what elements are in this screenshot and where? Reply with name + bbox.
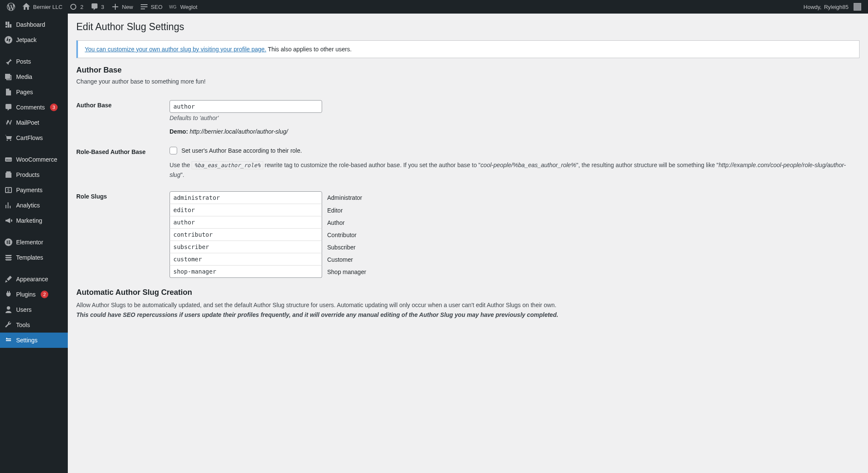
page-icon: [4, 88, 13, 96]
products-icon: [4, 171, 13, 179]
plus-icon: [111, 3, 120, 11]
wordpress-icon: [7, 3, 15, 11]
role-slug-row: Author: [170, 216, 855, 229]
elementor-icon: [4, 238, 13, 246]
svg-rect-2: [141, 8, 145, 9]
svg-text:WG: WG: [169, 5, 176, 9]
role-slug-input[interactable]: [170, 265, 322, 278]
howdy-prefix: Howdy,: [804, 4, 821, 10]
sidebar-item-users[interactable]: Users: [0, 302, 68, 317]
role-slugs-list: AdministratorEditorAuthorContributorSubs…: [170, 191, 855, 278]
updates-count: 2: [80, 4, 83, 10]
role-slug-row: Shop manager: [170, 266, 855, 278]
howdy-user: Ryleigh85: [824, 4, 849, 10]
role-based-help: Use the %ba_eas_author_role% rewrite tag…: [170, 160, 855, 179]
svg-rect-1: [141, 6, 147, 7]
brush-icon: [4, 275, 13, 283]
pin-icon: [4, 57, 13, 66]
new-link[interactable]: New: [108, 0, 136, 14]
author-base-heading: Author Base: [76, 66, 860, 75]
new-label: New: [122, 4, 133, 10]
weglot-icon: WG: [169, 3, 178, 11]
site-name-link[interactable]: Bernier LLC: [19, 0, 66, 14]
comments-count: 3: [101, 4, 104, 10]
comments-badge: 3: [50, 104, 58, 111]
demo-label: Demo:: [170, 128, 188, 135]
role-slug-input[interactable]: [170, 204, 322, 216]
role-slug-input[interactable]: [170, 228, 322, 241]
user-icon: [4, 305, 13, 314]
author-base-input[interactable]: [170, 100, 322, 113]
dashboard-icon: [4, 20, 13, 29]
woocommerce-icon: woo: [4, 155, 13, 164]
role-slug-input[interactable]: [170, 216, 322, 229]
role-slug-label: Subscriber: [327, 244, 356, 251]
author-base-desc: Change your author base to something mor…: [76, 78, 860, 85]
weglot-link[interactable]: WG Weglot: [166, 0, 200, 14]
sidebar-item-templates[interactable]: Templates: [0, 250, 68, 265]
sidebar-item-posts[interactable]: Posts: [0, 54, 68, 69]
role-slug-row: Contributor: [170, 229, 855, 241]
sidebar-item-dashboard[interactable]: Dashboard: [0, 17, 68, 32]
media-icon: [4, 73, 13, 81]
sidebar-item-woocommerce[interactable]: wooWooCommerce: [0, 152, 68, 167]
avatar: [854, 3, 861, 11]
sidebar-item-products[interactable]: Products: [0, 167, 68, 182]
settings-icon: [4, 336, 13, 336]
role-based-checkbox[interactable]: [170, 147, 177, 154]
my-account[interactable]: Howdy, Ryleigh85: [800, 0, 865, 14]
sidebar-item-settings[interactable]: Settings: [0, 333, 68, 336]
sidebar-item-media[interactable]: Media: [0, 69, 68, 84]
svg-rect-0: [141, 4, 147, 5]
sidebar-item-mailpoet[interactable]: MailPoet: [0, 115, 68, 130]
role-slug-input[interactable]: [170, 191, 322, 204]
page-title: Edit Author Slug Settings: [76, 21, 860, 33]
role-based-checkbox-label: Set user's Author Base according to thei…: [181, 147, 302, 154]
role-slug-row: Editor: [170, 204, 855, 216]
comment-icon: [90, 3, 99, 11]
cartflows-icon: [4, 134, 13, 142]
sidebar-item-comments[interactable]: Comments3: [0, 100, 68, 115]
sidebar-item-elementor[interactable]: Elementor: [0, 235, 68, 250]
sidebar-item-analytics[interactable]: Analytics: [0, 198, 68, 213]
role-slug-input[interactable]: [170, 253, 322, 266]
mailpoet-icon: [4, 118, 13, 127]
svg-text:$: $: [7, 188, 10, 193]
sidebar-item-tools[interactable]: Tools: [0, 317, 68, 333]
admin-sidebar: Dashboard Jetpack Posts Media Pages Comm…: [0, 14, 68, 336]
sidebar-item-payments[interactable]: $Payments: [0, 182, 68, 198]
weglot-label: Weglot: [180, 4, 197, 10]
notice-link[interactable]: You can customize your own author slug b…: [85, 46, 266, 53]
comments-link[interactable]: 3: [87, 0, 108, 14]
notice-rest: This also applies to other users.: [266, 46, 351, 53]
svg-point-4: [5, 36, 12, 44]
auto-para: Allow Author Slugs to be automatically u…: [76, 300, 860, 319]
sidebar-item-cartflows[interactable]: CartFlows: [0, 130, 68, 146]
rewrite-tag: %ba_eas_author_role%: [192, 161, 263, 169]
role-slug-input[interactable]: [170, 241, 322, 253]
sidebar-item-marketing[interactable]: Marketing: [0, 213, 68, 228]
sidebar-item-appearance[interactable]: Appearance: [0, 271, 68, 287]
role-slug-row: Administrator: [170, 191, 855, 204]
author-base-hint: Defaults to 'author': [170, 115, 855, 121]
info-notice: You can customize your own author slug b…: [76, 40, 860, 58]
sidebar-item-jetpack[interactable]: Jetpack: [0, 32, 68, 48]
updates-link[interactable]: 2: [66, 0, 86, 14]
demo-url: http://bernier.local/author/author-slug/: [189, 128, 288, 135]
wp-logo[interactable]: [3, 0, 19, 14]
megaphone-icon: [4, 216, 13, 225]
role-based-row-label: Role-Based Author Base: [76, 141, 170, 185]
update-icon: [69, 3, 78, 11]
role-slug-label: Administrator: [327, 194, 362, 201]
sidebar-item-plugins[interactable]: Plugins2: [0, 287, 68, 302]
comments-icon: [4, 103, 13, 112]
role-slug-row: Subscriber: [170, 241, 855, 253]
jetpack-icon: [4, 36, 13, 44]
payments-icon: $: [4, 186, 13, 194]
sidebar-item-pages[interactable]: Pages: [0, 84, 68, 100]
role-slug-label: Customer: [327, 256, 353, 263]
analytics-icon: [4, 201, 13, 210]
seo-link[interactable]: SEO: [136, 0, 166, 14]
role-slug-label: Author: [327, 219, 345, 226]
role-slugs-row-label: Role Slugs: [76, 185, 170, 284]
